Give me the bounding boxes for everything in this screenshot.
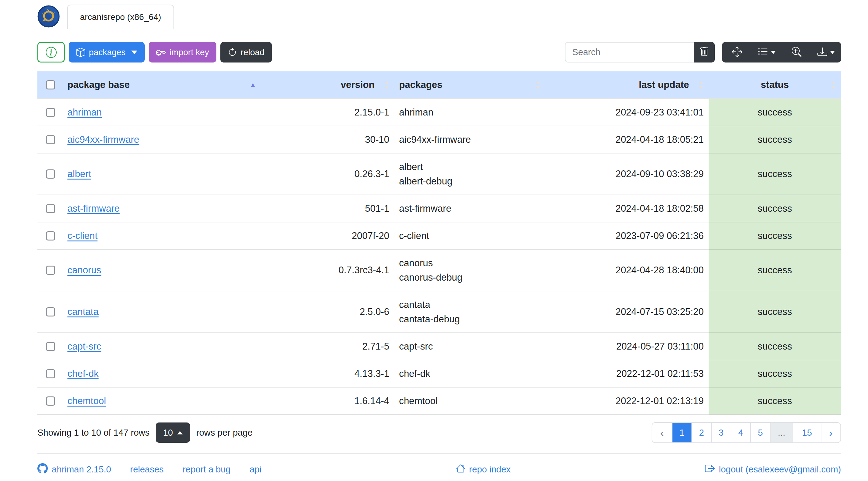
- row-checkbox[interactable]: [46, 108, 55, 117]
- reload-button[interactable]: reload: [220, 42, 272, 63]
- row-checkbox[interactable]: [46, 307, 55, 317]
- status-cell: success: [709, 360, 841, 387]
- last-update-cell: 2022-12-01 02:13:19: [546, 387, 709, 415]
- status-cell: success: [709, 99, 841, 126]
- checkbox-cell: [37, 195, 63, 222]
- repository-tab[interactable]: arcanisrepo (x86_64): [67, 5, 174, 29]
- column-header-status[interactable]: status ▲▼: [709, 71, 841, 99]
- pagination-bar: Showing 1 to 10 of 147 rows 10 rows per …: [37, 422, 841, 443]
- chevron-down-icon: [830, 51, 835, 54]
- package-base-link[interactable]: c-client: [67, 230, 97, 241]
- version-cell: 2.71-5: [263, 333, 394, 360]
- row-checkbox[interactable]: [46, 231, 55, 241]
- clear-search-button[interactable]: [694, 42, 715, 63]
- packages-dropdown-button[interactable]: packages: [69, 42, 145, 63]
- status-cell: success: [709, 153, 841, 195]
- last-update-cell: 2024-09-10 03:38:29: [546, 153, 709, 195]
- chevron-down-icon: [771, 51, 776, 54]
- row-checkbox[interactable]: [46, 369, 55, 378]
- package-base-link[interactable]: chemtool: [67, 395, 106, 406]
- footer-left: ahriman 2.15.0 releases report a bug api: [37, 463, 261, 476]
- package-base-link[interactable]: ast-firmware: [67, 203, 120, 214]
- packages-cell: cantatacantata-debug: [394, 291, 546, 333]
- logout-icon: [705, 463, 715, 476]
- list-icon: [758, 46, 768, 58]
- page-button-15[interactable]: 15: [793, 423, 821, 442]
- package-base-cell: chef-dk: [63, 360, 263, 387]
- table-row: canorus 0.7.3rc3-4.1 canoruscanorus-debu…: [37, 249, 841, 291]
- packages-cell: ast-firmware: [394, 195, 546, 222]
- page-button-3[interactable]: 3: [711, 423, 731, 442]
- prev-page-button[interactable]: ‹: [652, 423, 672, 442]
- sort-asc-icon: ▲: [249, 82, 256, 88]
- ellipsis-page-button[interactable]: ...: [770, 423, 793, 442]
- toolbar: packages import key reload: [37, 42, 841, 63]
- checkbox-cell: [37, 387, 63, 415]
- version-cell: 1.6.14-4: [263, 387, 394, 415]
- package-table-body: ahriman 2.15.0-1 ahriman 2024-09-23 03:4…: [37, 99, 841, 415]
- column-header-packages[interactable]: packages ▲▼: [394, 71, 546, 99]
- row-checkbox[interactable]: [46, 135, 55, 144]
- package-base-link[interactable]: chef-dk: [67, 368, 99, 379]
- status-cell: success: [709, 249, 841, 291]
- page-button-4[interactable]: 4: [731, 423, 750, 442]
- package-base-cell: capt-src: [63, 333, 263, 360]
- columns-dropdown-button[interactable]: [752, 42, 781, 63]
- info-circle-icon: [46, 47, 57, 58]
- checkbox-cell: [37, 126, 63, 153]
- page-size-dropdown[interactable]: 10: [156, 422, 190, 443]
- arrows-move-icon: [732, 46, 742, 58]
- repo-index-link[interactable]: repo index: [456, 464, 510, 475]
- status-cell: success: [709, 126, 841, 153]
- row-checkbox[interactable]: [46, 169, 55, 179]
- column-label: version: [341, 79, 375, 90]
- report-bug-link[interactable]: report a bug: [183, 464, 230, 475]
- package-base-link[interactable]: aic94xx-firmware: [67, 134, 139, 145]
- table-row: ahriman 2.15.0-1 ahriman 2024-09-23 03:4…: [37, 99, 841, 126]
- search-input[interactable]: [565, 42, 694, 63]
- last-update-cell: 2024-07-15 03:25:20: [546, 291, 709, 333]
- last-update-cell: 2023-07-09 06:21:36: [546, 222, 709, 249]
- ahriman-version-link[interactable]: ahriman 2.15.0: [37, 463, 111, 476]
- row-checkbox[interactable]: [46, 266, 55, 275]
- row-checkbox[interactable]: [46, 342, 55, 351]
- package-base-cell: albert: [63, 153, 263, 195]
- checkbox-cell: [37, 291, 63, 333]
- status-cell: success: [709, 195, 841, 222]
- column-header-last-update[interactable]: last update ▲▼: [546, 71, 709, 99]
- checkbox-cell: [37, 249, 63, 291]
- page-button-5[interactable]: 5: [750, 423, 770, 442]
- export-dropdown-button[interactable]: [811, 42, 841, 63]
- page-button-2[interactable]: 2: [691, 423, 711, 442]
- next-page-button[interactable]: ›: [821, 423, 840, 442]
- page-button-1[interactable]: 1: [672, 423, 691, 442]
- column-header-version[interactable]: version ▲▼: [263, 71, 394, 99]
- select-all-checkbox[interactable]: [46, 80, 55, 90]
- package-base-link[interactable]: capt-src: [67, 341, 101, 352]
- last-update-cell: 2024-04-18 18:02:58: [546, 195, 709, 222]
- package-base-cell: ahriman: [63, 99, 263, 126]
- package-base-link[interactable]: canorus: [67, 265, 101, 276]
- version-cell: 2.5.0-6: [263, 291, 394, 333]
- checkbox-cell: [37, 333, 63, 360]
- package-base-link[interactable]: albert: [67, 168, 91, 179]
- row-checkbox[interactable]: [46, 396, 55, 406]
- releases-link[interactable]: releases: [130, 464, 164, 475]
- column-header-package-base[interactable]: package base ▲: [63, 71, 263, 99]
- package-base-link[interactable]: ahriman: [67, 107, 102, 118]
- pagination: ‹12345...15›: [652, 422, 841, 443]
- import-key-button[interactable]: import key: [149, 42, 216, 63]
- table-row: albert 0.26.3-1 albertalbert-debug 2024-…: [37, 153, 841, 195]
- checkbox-cell: [37, 222, 63, 249]
- fullscreen-button[interactable]: [722, 42, 752, 63]
- last-update-cell: 2024-09-23 03:41:01: [546, 99, 709, 126]
- packages-cell: chemtool: [394, 387, 546, 415]
- column-label: package base: [67, 79, 130, 90]
- info-button[interactable]: [37, 42, 65, 63]
- api-link[interactable]: api: [249, 464, 261, 475]
- zoom-button[interactable]: [781, 42, 811, 63]
- status-cell: success: [709, 333, 841, 360]
- logout-link[interactable]: logout (esalexeev@gmail.com): [705, 463, 841, 476]
- package-base-link[interactable]: cantata: [67, 307, 99, 317]
- row-checkbox[interactable]: [46, 204, 55, 213]
